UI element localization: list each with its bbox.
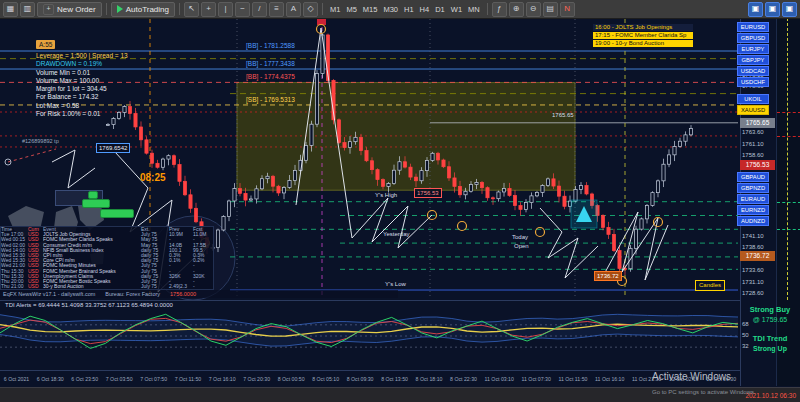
activate-windows-watermark: Activate Windows <box>652 371 731 382</box>
crosshair-icon[interactable]: + <box>201 2 216 17</box>
time-axis-label: 7 Oct 03:50 <box>102 376 136 382</box>
chart-annotation: Today <box>512 234 528 240</box>
timeframe-m5[interactable]: M5 <box>343 4 359 15</box>
vertical-line-icon[interactable]: | <box>218 2 233 17</box>
price-scale-label: 1731.10 <box>742 279 764 285</box>
calendar-cell: 2.49|2.3 <box>169 284 193 289</box>
timeframe-d1[interactable]: D1 <box>432 4 448 15</box>
candles-button[interactable]: Candles <box>695 280 725 291</box>
toolbar-right-icons: ƒ⊕⊖▤N <box>492 2 575 17</box>
account-info-row: Margin for 1 lot = 304.45 <box>36 85 128 93</box>
cursor-icon[interactable]: ↖ <box>184 2 199 17</box>
time-axis-label: 8 Oct 13:50 <box>377 376 411 382</box>
time-axis-label: 8 Oct 22:30 <box>446 376 480 382</box>
shapes-icon[interactable]: ◇ <box>303 2 318 17</box>
panel-icon-2[interactable]: ▣ <box>765 2 780 17</box>
time-axis-label: 7 Oct 07:50 <box>136 376 170 382</box>
symbol-badge-gbpusd[interactable]: GBPUSD <box>737 33 769 43</box>
price-scale-label: 1741.10 <box>742 233 764 239</box>
order-ticket-label: #126899892 tp <box>22 138 59 144</box>
tdi-canvas <box>0 301 738 369</box>
chart-annotation: 1765.65 <box>552 112 574 118</box>
timeframe-m1[interactable]: M1 <box>327 4 343 15</box>
widget-mini-button[interactable] <box>88 191 98 199</box>
symbol-badge-usdchf[interactable]: USDCHF <box>737 77 769 87</box>
signal-panel: Strong Buy @ 1759.65 TDI Trend Strong Up <box>741 304 799 354</box>
fibonacci-icon[interactable]: ≡ <box>269 2 284 17</box>
timeframe-h1[interactable]: H1 <box>401 4 417 15</box>
price-scale-highlight: 1736.72 <box>740 251 775 261</box>
price-scale-label: 1733.60 <box>742 267 764 273</box>
trendline-icon[interactable]: / <box>252 2 267 17</box>
indicators-icon[interactable]: ƒ <box>492 2 507 17</box>
timeframe-h4[interactable]: H4 <box>417 4 433 15</box>
price-level-label: [BB] - 1781.2588 <box>246 42 295 49</box>
symbol-badge-eurusd[interactable]: EURUSD <box>737 22 769 32</box>
calendar-cell: Thu 21:00 <box>1 284 28 289</box>
time-axis[interactable]: 6 Oct 20216 Oct 18:306 Oct 23:507 Oct 03… <box>0 370 740 387</box>
calendar-footer: EqFX NewsWiz v17.1 - dailyswift.com Bure… <box>0 290 398 298</box>
price-level-label: [BB] - 1774.4375 <box>246 73 295 80</box>
autotrading-label: AutoTrading <box>126 5 169 14</box>
new-order-button[interactable]: + New Order <box>37 2 102 17</box>
price-scale-highlight: 1756.53 <box>740 160 775 170</box>
account-info-row: For Risk 1.00% = 0.01 <box>36 110 128 118</box>
time-axis-label: 7 Oct 20:30 <box>239 376 273 382</box>
zoom-out-icon[interactable]: ⊖ <box>526 2 541 17</box>
zoom-in-icon[interactable]: ⊕ <box>509 2 524 17</box>
widget-button-1[interactable] <box>82 199 110 208</box>
chart-annotation: Yesterday <box>383 231 409 237</box>
panel-icon-3[interactable]: ▣ <box>782 2 797 17</box>
autotrading-button[interactable]: AutoTrading <box>111 2 175 17</box>
text-label-icon[interactable]: A <box>286 2 301 17</box>
widget-button-2[interactable] <box>100 209 134 218</box>
time-axis-label: 6 Oct 2021 <box>0 376 33 382</box>
time-axis-label: 7 Oct 11:50 <box>171 376 205 382</box>
timeframe-mn[interactable]: MN <box>465 4 483 15</box>
time-axis-label: 7 Oct 16:10 <box>205 376 239 382</box>
symbol-badge-ukoil[interactable]: UKOIL <box>737 94 769 104</box>
symbol-badge-xauusd[interactable]: XAUUSD <box>737 105 769 115</box>
time-axis-label: 11 Oct 16:10 <box>591 376 628 382</box>
autotrading-play-icon <box>117 5 123 13</box>
calendar-footer-price: 1756.0000 <box>170 291 196 297</box>
price-level-label: [SB] - 1769.5313 <box>246 96 295 103</box>
time-axis-label: 6 Oct 18:30 <box>33 376 67 382</box>
symbol-badge-gbpjpy[interactable]: GBPJPY <box>737 55 769 65</box>
new-order-label: New Order <box>57 5 96 14</box>
symbol-badge-gbpnzd[interactable]: GBPNZD <box>737 183 769 193</box>
timeframe-m30[interactable]: M30 <box>380 4 401 15</box>
horizontal-line-icon[interactable]: − <box>235 2 250 17</box>
symbol-badge-eurnzd[interactable]: EURNZD <box>737 205 769 215</box>
price-scale-label: 1738.60 <box>742 244 764 250</box>
symbol-badge-euraud[interactable]: EURAUD <box>737 194 769 204</box>
news-row: 17:15 - FOMC Member Clarida Sp <box>593 32 693 39</box>
calendar-cell: July 75 <box>141 284 169 289</box>
timeframe-m15[interactable]: M15 <box>360 4 381 15</box>
news-row: 19:00 - 10-y Bond Auction <box>593 40 693 47</box>
chart-profiles-icon[interactable]: ▥ <box>20 2 35 17</box>
calendar-row: Thu 21:00USD30-y Bond AuctionJuly 752.49… <box>1 284 213 289</box>
account-info-row: Volume Max = 100.00 <box>36 77 128 85</box>
tile-windows-icon[interactable]: ▤ <box>543 2 558 17</box>
price-bubble: 1756.53 <box>414 188 442 198</box>
symbol-badge-usdcad[interactable]: USDCAD <box>737 66 769 76</box>
news-icon[interactable]: N <box>560 2 575 17</box>
green-level-segment <box>777 229 800 230</box>
symbol-badge-audnzd[interactable]: AUDNZD <box>737 216 769 226</box>
panel-icon-1[interactable]: ▣ <box>748 2 763 17</box>
time-axis-label: 11 Oct 11:50 <box>555 376 592 382</box>
symbol-badge-gbpaud[interactable]: GBPAUD <box>737 172 769 182</box>
symbol-badge-eurjpy[interactable]: EURJPY <box>737 44 769 54</box>
chart-annotation: Y's Low <box>385 281 406 287</box>
green-level-segment <box>777 202 800 203</box>
news-row: 16:00 - JOLTS Job Openings <box>593 24 693 31</box>
account-info-row: Leverage = 1:500 | Spread = 13 <box>36 52 128 60</box>
activate-windows-subtext: Go to PC settings to activate Windows. <box>652 389 756 395</box>
tdi-indicator-panel[interactable] <box>0 300 740 371</box>
new-chart-icon[interactable]: ▦ <box>3 2 18 17</box>
calendar-footer-source: EqFX NewsWiz v17.1 - dailyswift.com <box>3 291 95 297</box>
timeframe-w1[interactable]: W1 <box>448 4 465 15</box>
account-info-row: DRAWDOWN = 0.19% <box>36 60 128 68</box>
price-bubble: 1769.6542 <box>96 143 130 153</box>
